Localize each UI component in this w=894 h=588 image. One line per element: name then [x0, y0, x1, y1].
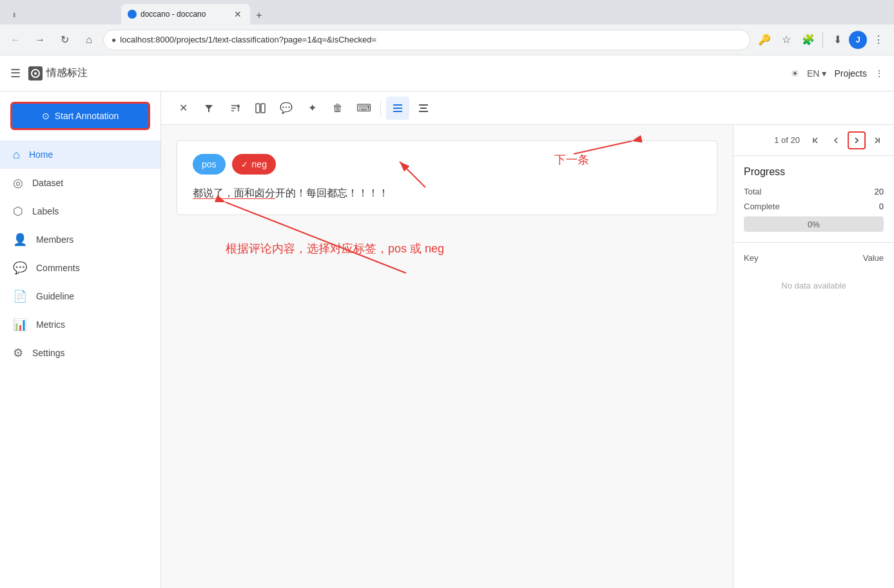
progress-complete-value: 0: [879, 202, 884, 211]
split-view-button[interactable]: [249, 97, 272, 120]
filter-button[interactable]: [197, 97, 220, 120]
guideline-nav-icon: 📄: [13, 289, 27, 303]
annotation-toolbar: ✕: [161, 91, 894, 125]
sidebar-item-labels[interactable]: ⬡ Labels: [0, 197, 160, 225]
progress-complete-label: Complete: [744, 202, 780, 211]
header-right: ☀ EN ▾ Projects ⋮: [791, 68, 884, 79]
bookmark-button[interactable]: ☆: [776, 30, 797, 50]
app-menu-icon[interactable]: ☰: [10, 66, 21, 81]
sidebar-item-home-label: Home: [29, 149, 53, 160]
close-toolbar-button[interactable]: ✕: [171, 97, 195, 120]
pagination-next-button[interactable]: [848, 131, 866, 149]
magic-wand-button[interactable]: ✦: [300, 97, 324, 120]
tab-title: doccano - doccano: [141, 10, 206, 19]
document-card: pos ✓ neg 都说了，面和卤分开的！每回都忘！！！！: [177, 140, 717, 215]
list-view-button[interactable]: [386, 97, 409, 120]
pos-label-chip[interactable]: pos: [193, 154, 226, 175]
tab-favicon: [128, 10, 137, 19]
brightness-button[interactable]: ☀: [791, 68, 799, 79]
back-button[interactable]: ←: [5, 30, 26, 50]
document-text: 都说了，面和卤分开的！每回都忘！！！！: [193, 185, 701, 202]
app-title: 情感标注: [46, 66, 88, 80]
sidebar-item-comments-label: Comments: [36, 263, 80, 273]
extensions-button[interactable]: 🧩: [798, 30, 819, 50]
sidebar-item-home[interactable]: ⌂ Home: [0, 140, 160, 169]
tab-close-button[interactable]: ✕: [232, 8, 244, 20]
neg-label-chip[interactable]: ✓ neg: [232, 154, 276, 175]
app-header: ☰ 情感标注 ☀ EN ▾ Projects: [0, 55, 894, 91]
kv-key-header: Key: [744, 253, 758, 263]
projects-button[interactable]: Projects: [834, 68, 867, 79]
language-button[interactable]: EN ▾: [807, 68, 826, 79]
document-text-rest: 开的！每回都忘！！！！: [275, 187, 389, 198]
align-button[interactable]: [412, 97, 435, 120]
reload-button[interactable]: ↻: [54, 30, 75, 50]
svg-point-1: [34, 72, 37, 75]
active-tab[interactable]: doccano - doccano ✕: [121, 4, 250, 24]
progress-total-row: Total 20: [744, 187, 884, 196]
forward-button[interactable]: →: [30, 30, 50, 50]
sidebar-item-dataset[interactable]: ◎ Dataset: [0, 169, 160, 197]
home-nav-icon: ⌂: [13, 148, 20, 162]
keyboard-shortcut-button[interactable]: ⌨: [352, 97, 375, 120]
comments-nav-icon: 💬: [13, 261, 27, 275]
app-logo: 情感标注: [28, 66, 88, 81]
sidebar-item-labels-label: Labels: [32, 206, 59, 216]
sidebar-item-settings[interactable]: ⚙ Settings: [0, 339, 160, 367]
sidebar-item-guideline-label: Guideline: [36, 291, 74, 301]
sidebar-item-metrics-label: Metrics: [36, 319, 65, 330]
pagination-text: 1 of 20: [774, 135, 800, 145]
kv-value-header: Value: [863, 253, 884, 263]
sidebar-item-dataset-label: Dataset: [32, 178, 63, 188]
sidebar-item-members[interactable]: 👤 Members: [0, 225, 160, 254]
nav-bar: ← → ↻ ⌂ ● localhost:8000/projects/1/text…: [0, 24, 894, 55]
pagination-bar: 1 of 20: [734, 125, 894, 156]
download-button[interactable]: ⬇: [827, 30, 848, 50]
svg-marker-2: [205, 105, 213, 112]
kv-header: Key Value: [744, 253, 884, 263]
home-button[interactable]: ⌂: [79, 30, 99, 50]
kv-panel: Key Value No data available: [734, 243, 894, 311]
dataset-nav-icon: ◎: [13, 176, 23, 190]
label-row: pos ✓ neg: [193, 154, 701, 175]
progress-title: Progress: [744, 166, 884, 178]
document-text-underlined: 都说了，面和卤分: [193, 187, 275, 198]
new-tab-button[interactable]: +: [250, 6, 268, 24]
more-menu-button[interactable]: ⋮: [875, 68, 884, 79]
recent-icon: ⬇: [12, 12, 17, 19]
password-icon-button[interactable]: 🔑: [754, 30, 775, 50]
sidebar-item-guideline[interactable]: 📄 Guideline: [0, 282, 160, 310]
app-body: ☰ 情感标注 ☀ EN ▾ Projects: [0, 55, 894, 588]
address-bar[interactable]: ● localhost:8000/projects/1/text-classif…: [103, 30, 750, 50]
tab-bar: ⬇ doccano - doccano ✕ +: [0, 0, 894, 24]
members-nav-icon: 👤: [13, 232, 27, 247]
sidebar: ⊙ Start Annotation ⌂ Home ◎ Dataset ⬡ La…: [0, 91, 161, 588]
svg-rect-7: [256, 104, 260, 113]
chrome-menu-button[interactable]: ⋮: [868, 30, 889, 50]
progress-complete-row: Complete 0: [744, 202, 884, 211]
sidebar-item-comments[interactable]: 💬 Comments: [0, 254, 160, 282]
progress-total-value: 20: [875, 187, 884, 196]
pagination-last-button[interactable]: [868, 131, 886, 149]
delete-button[interactable]: 🗑: [326, 97, 349, 120]
start-annotation-label: Start Annotation: [55, 111, 119, 121]
pagination-first-button[interactable]: [806, 131, 824, 149]
start-annotation-icon: ⊙: [42, 111, 50, 121]
lang-label: EN: [807, 68, 819, 79]
lock-icon: ●: [112, 35, 116, 44]
start-annotation-button[interactable]: ⊙ Start Annotation: [10, 102, 150, 130]
pagination-prev-button[interactable]: [827, 131, 845, 149]
annotation-body: pos ✓ neg 都说了，面和卤分开的！每回都忘！！！！: [161, 125, 894, 588]
content-area: ✕: [161, 91, 894, 588]
comment-toolbar-button[interactable]: 💬: [275, 97, 298, 120]
lang-arrow-icon: ▾: [822, 68, 826, 79]
tab-recent[interactable]: ⬇: [5, 5, 121, 24]
sidebar-item-metrics[interactable]: 📊 Metrics: [0, 310, 160, 339]
neg-check-icon: ✓: [241, 160, 248, 169]
labels-nav-icon: ⬡: [13, 204, 23, 218]
sort-button[interactable]: [223, 97, 246, 120]
right-panel: 1 of 20: [733, 125, 894, 588]
neg-label-text: neg: [252, 159, 267, 169]
user-avatar[interactable]: J: [849, 31, 867, 49]
document-area: pos ✓ neg 都说了，面和卤分开的！每回都忘！！！！: [161, 125, 733, 588]
